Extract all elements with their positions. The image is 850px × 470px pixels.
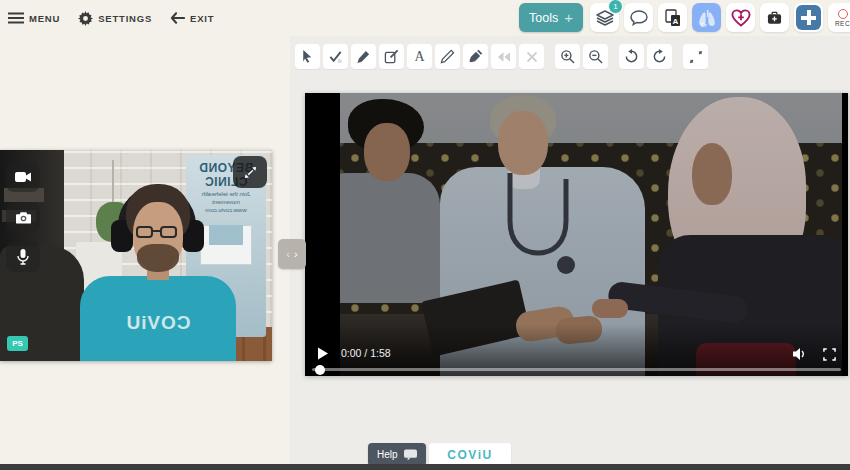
- clear-tool-button[interactable]: [519, 44, 544, 69]
- lungs-app-label: Dr: [701, 22, 707, 28]
- menu-button[interactable]: MENU: [8, 12, 60, 24]
- volume-button[interactable]: [792, 347, 808, 361]
- heart-app-button[interactable]: [726, 3, 755, 32]
- bottom-bar: [0, 464, 850, 470]
- zoom-in-button[interactable]: [555, 44, 580, 69]
- video-time-display: 0:00 / 1:58: [341, 347, 391, 359]
- history-tool-group: [619, 44, 672, 69]
- selfview-plant-string: [112, 160, 114, 204]
- hamburger-icon: [8, 12, 24, 24]
- chat-button[interactable]: [624, 3, 653, 32]
- pointer-tool-button[interactable]: [295, 44, 320, 69]
- selfview-user-beard: [137, 244, 179, 272]
- page-nav-tab[interactable]: ‹ ›: [278, 239, 306, 269]
- coviu-brand-button[interactable]: COViU: [429, 443, 511, 466]
- rec-label: REC: [835, 20, 850, 27]
- banner-line-4: movement: [186, 198, 266, 206]
- video-progress-bar[interactable]: [312, 368, 841, 371]
- selfview-expand-button[interactable]: [233, 156, 267, 188]
- prev-chevron-icon[interactable]: ‹: [286, 249, 290, 260]
- heart-icon: [731, 9, 751, 27]
- zoom-tool-group: [555, 44, 608, 69]
- image-text-button[interactable]: A: [658, 3, 687, 32]
- top-bar-right: Tools + 1 A Dr: [519, 3, 850, 32]
- pen-tool-button[interactable]: [351, 44, 376, 69]
- banner-card: [200, 225, 252, 265]
- tools-label: Tools: [529, 11, 558, 25]
- zoom-in-icon: [560, 49, 575, 64]
- undo-button[interactable]: [619, 44, 644, 69]
- speech-bubble-icon: [630, 10, 648, 26]
- lungs-app-button[interactable]: Dr: [692, 3, 721, 32]
- record-button[interactable]: REC: [828, 3, 850, 32]
- video-camera-icon: [15, 171, 31, 183]
- rewind-tool-button[interactable]: [491, 44, 516, 69]
- toggle-mic-button[interactable]: [6, 242, 40, 272]
- zoom-out-icon: [588, 49, 603, 64]
- edit-box-tool-button[interactable]: [379, 44, 404, 69]
- fullscreen-button[interactable]: [823, 348, 836, 361]
- expand-arrows-icon: [244, 166, 257, 179]
- highlighter-icon: [468, 49, 483, 64]
- rec-circle-icon: [838, 9, 848, 19]
- fine-pen-icon: [440, 49, 455, 64]
- coviu-call-screen: MENU SETTINGS EXIT Tools + 1: [0, 0, 850, 470]
- arrow-left-icon: [170, 12, 185, 24]
- pen-icon: [356, 49, 371, 64]
- rewind-icon: [496, 51, 511, 63]
- highlighter-tool-button[interactable]: [463, 44, 488, 69]
- tools-button[interactable]: Tools +: [519, 3, 583, 32]
- expand-icon: [689, 50, 703, 64]
- edit-box-icon: [384, 49, 399, 64]
- exit-button[interactable]: EXIT: [170, 12, 214, 24]
- snapshot-button[interactable]: [6, 202, 40, 232]
- settings-label: SETTINGS: [98, 13, 152, 24]
- gear-icon: [78, 11, 93, 26]
- doctor-bag-icon: [767, 11, 782, 25]
- redo-icon: [652, 49, 667, 64]
- layers-badge: 1: [608, 0, 623, 14]
- next-chevron-icon[interactable]: ›: [294, 249, 298, 260]
- help-button[interactable]: Help: [368, 443, 426, 466]
- help-chat-icon: [404, 449, 417, 461]
- toggle-camera-button[interactable]: [6, 162, 40, 192]
- microphone-icon: [17, 249, 29, 265]
- menu-label: MENU: [29, 13, 60, 24]
- plus-tile-icon: [796, 5, 821, 30]
- draw-tool-group: A: [295, 44, 544, 69]
- banner-line-3: Join the telehealth: [186, 190, 266, 198]
- zoom-out-button[interactable]: [583, 44, 608, 69]
- settings-button[interactable]: SETTINGS: [78, 11, 152, 26]
- photo-camera-icon: [16, 211, 31, 224]
- exit-label: EXIT: [190, 13, 214, 24]
- close-icon: [526, 51, 538, 63]
- undo-icon: [624, 49, 639, 64]
- text-tool-icon: A: [414, 50, 424, 64]
- participant-initials-badge: PS: [7, 336, 28, 351]
- help-label: Help: [377, 449, 398, 460]
- shared-video-player[interactable]: 0:00 / 1:58: [305, 93, 848, 376]
- fine-pen-tool-button[interactable]: [435, 44, 460, 69]
- top-bar-left: MENU SETTINGS EXIT: [8, 0, 214, 36]
- coviu-brand-label: COViU: [447, 448, 492, 462]
- layers-button[interactable]: 1: [590, 3, 619, 32]
- selfview-glasses-left: [136, 226, 153, 238]
- annotation-toolbar: A: [295, 44, 708, 69]
- play-button[interactable]: [317, 347, 329, 360]
- redo-button[interactable]: [647, 44, 672, 69]
- add-app-button[interactable]: [794, 3, 823, 32]
- medical-case-button[interactable]: [760, 3, 789, 32]
- expand-tool-group: [683, 44, 708, 69]
- self-view-video[interactable]: BEYOND CLINIC Join the telehealth moveme…: [0, 150, 272, 361]
- selfview-glasses-right: [160, 226, 177, 238]
- checkmark-icon: [328, 49, 343, 64]
- text-tool-button[interactable]: A: [407, 44, 432, 69]
- banner-line-5: www.coviu.com: [186, 206, 266, 214]
- expand-canvas-button[interactable]: [683, 44, 708, 69]
- check-tool-button[interactable]: [323, 44, 348, 69]
- video-progress-knob[interactable]: [315, 365, 325, 375]
- selfview-shirt-logo: COViU: [92, 312, 224, 334]
- top-bar: MENU SETTINGS EXIT Tools + 1: [0, 0, 850, 36]
- tools-plus-icon: +: [564, 9, 573, 26]
- pointer-icon: [300, 49, 315, 64]
